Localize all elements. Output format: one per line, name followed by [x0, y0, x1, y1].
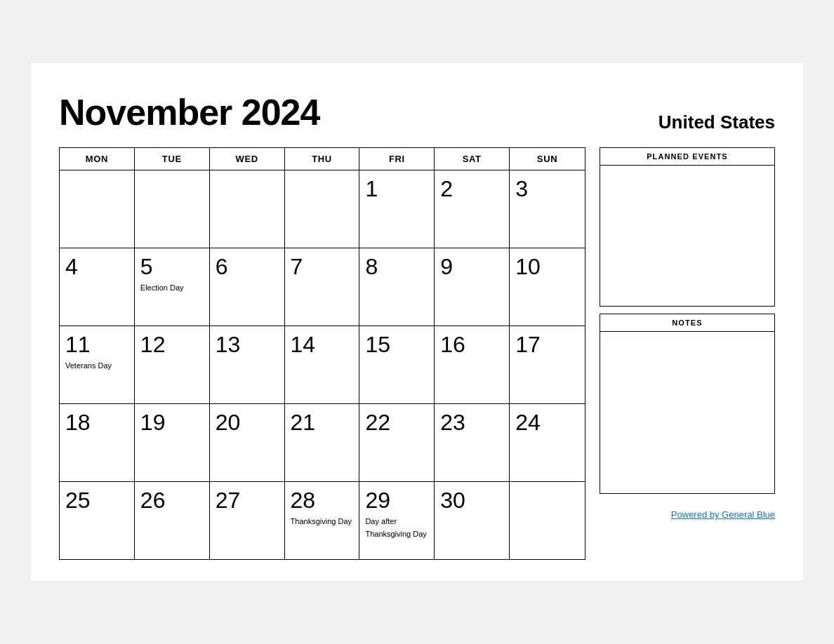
day-number: 4	[65, 255, 128, 278]
sidebar-section: PLANNED EVENTS NOTES Powered by General …	[600, 147, 775, 560]
cal-cell-12: 12	[135, 326, 210, 403]
cal-cell-empty	[285, 170, 360, 248]
day-number: 7	[291, 255, 354, 278]
day-number: 28	[291, 489, 354, 511]
cal-cell-21: 21	[285, 404, 360, 481]
cal-cell-23: 23	[435, 404, 510, 481]
cal-cell-22: 22	[359, 404, 435, 481]
notes-body	[600, 332, 774, 493]
cal-cell-empty	[60, 170, 135, 248]
notes-label: NOTES	[600, 314, 774, 332]
cal-cell-4: 4	[60, 248, 135, 326]
day-number: 19	[140, 411, 204, 434]
cal-cell-29: 29 Day after Thanksgiving Day	[359, 482, 435, 559]
day-number: 17	[515, 333, 579, 356]
calendar-row: 25 26 27 28 Thanksgiving Day	[60, 482, 585, 559]
cal-cell-7: 7	[285, 248, 360, 326]
col-header-thu: THU	[285, 148, 360, 170]
cal-cell-8: 8	[359, 248, 435, 326]
cal-cell-14: 14	[285, 326, 360, 403]
day-event-thanksgiving: Thanksgiving Day	[291, 517, 352, 525]
day-number: 5	[140, 255, 204, 278]
day-number: 21	[291, 411, 354, 434]
cal-cell-28: 28 Thanksgiving Day	[285, 482, 360, 559]
cal-cell-17: 17	[510, 326, 585, 403]
main-layout: MON TUE WED THU FRI SAT SUN	[59, 147, 775, 560]
day-number: 29	[365, 489, 428, 511]
col-header-fri: FRI	[359, 148, 435, 170]
cal-cell-20: 20	[210, 404, 285, 481]
day-number: 16	[440, 333, 503, 356]
day-number: 23	[440, 411, 503, 434]
cal-cell-empty	[210, 170, 285, 248]
calendar-row: 4 5 Election Day 6 7 8	[60, 248, 585, 326]
cal-cell-empty	[510, 482, 585, 559]
cal-cell-27: 27	[210, 482, 285, 559]
cal-cell-16: 16	[435, 326, 510, 403]
day-number: 1	[365, 177, 428, 200]
cal-cell-19: 19	[135, 404, 210, 481]
calendar-row: 11 Veterans Day 12 13 14 1	[60, 326, 585, 404]
cal-cell-25: 25	[60, 482, 135, 559]
day-event-election: Election Day	[140, 283, 184, 292]
cal-cell-6: 6	[210, 248, 285, 326]
day-event-veterans: Veterans Day	[65, 361, 112, 370]
calendar-section: MON TUE WED THU FRI SAT SUN	[59, 147, 585, 560]
powered-by: Powered by General Blue	[600, 509, 775, 520]
day-number: 2	[440, 177, 503, 200]
col-header-sun: SUN	[510, 148, 585, 170]
cal-cell-9: 9	[435, 248, 510, 326]
calendar-body: 1 2 3 4	[60, 170, 585, 559]
page-title: November 2024	[59, 91, 319, 133]
cal-cell-1: 1	[359, 170, 435, 248]
calendar-grid: MON TUE WED THU FRI SAT SUN	[59, 147, 585, 560]
day-number: 15	[365, 333, 428, 356]
planned-events-box: PLANNED EVENTS	[600, 147, 775, 307]
cal-cell-24: 24	[510, 404, 585, 481]
day-number: 22	[365, 411, 428, 434]
day-number: 25	[65, 489, 128, 511]
cal-cell-13: 13	[210, 326, 285, 403]
cal-cell-26: 26	[135, 482, 210, 559]
col-header-wed: WED	[210, 148, 285, 170]
planned-events-label: PLANNED EVENTS	[600, 148, 774, 166]
col-header-mon: MON	[60, 148, 135, 170]
calendar-header-row: MON TUE WED THU FRI SAT SUN	[60, 148, 585, 170]
day-number: 14	[291, 333, 354, 356]
calendar-row: 18 19 20 21 22	[60, 404, 585, 482]
cal-cell-18: 18	[60, 404, 135, 481]
calendar-row: 1 2 3	[60, 170, 585, 248]
col-header-tue: TUE	[135, 148, 210, 170]
day-number: 26	[140, 489, 204, 511]
cal-cell-2: 2	[435, 170, 510, 248]
country-label: United States	[658, 112, 775, 133]
cal-cell-10: 10	[510, 248, 585, 326]
cal-cell-15: 15	[359, 326, 435, 403]
day-event-day-after-thanksgiving: Day after Thanksgiving Day	[365, 517, 426, 538]
day-number: 24	[515, 411, 579, 434]
day-number: 8	[365, 255, 428, 278]
notes-box: NOTES	[600, 314, 775, 494]
day-number: 6	[216, 255, 279, 278]
day-number: 9	[440, 255, 503, 278]
day-number: 11	[65, 333, 128, 356]
day-number: 30	[440, 489, 503, 511]
day-number: 3	[515, 177, 579, 200]
cal-cell-3: 3	[510, 170, 585, 248]
cal-cell-30: 30	[435, 482, 510, 559]
header: November 2024 United States	[59, 91, 775, 133]
col-header-sat: SAT	[435, 148, 510, 170]
cal-cell-empty	[135, 170, 210, 248]
cal-cell-11: 11 Veterans Day	[60, 326, 135, 403]
day-number: 27	[216, 489, 279, 511]
planned-events-body	[600, 166, 774, 306]
day-number: 12	[140, 333, 204, 356]
page: November 2024 United States MON TUE WED …	[31, 63, 803, 581]
powered-by-link[interactable]: Powered by General Blue	[671, 509, 775, 520]
day-number: 18	[65, 411, 128, 434]
day-number: 13	[216, 333, 279, 356]
day-number: 10	[515, 255, 579, 278]
cal-cell-5: 5 Election Day	[135, 248, 210, 326]
day-number: 20	[216, 411, 279, 434]
